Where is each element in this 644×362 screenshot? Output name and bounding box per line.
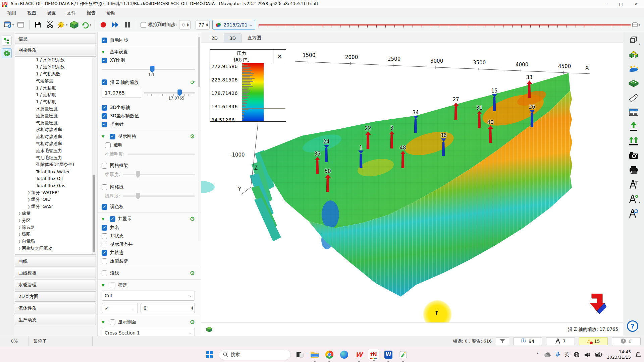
warnings-badge[interactable]: ⚠15	[579, 337, 608, 345]
palette-legend[interactable]: 压力绝对巴. ✕ 272.91586225.81506178.71426131.…	[210, 49, 286, 122]
z-scale-slider[interactable]: 17.0765	[144, 89, 195, 97]
tree-item[interactable]: ❯组分 'GAS'	[15, 203, 96, 210]
tree-item[interactable]: 1 / 气粘度	[15, 99, 96, 106]
tree-item[interactable]: Total flux Oil	[15, 175, 96, 182]
grid-frame-checkbox[interactable]	[102, 163, 107, 169]
axes-3d-values-checkbox[interactable]	[102, 113, 107, 119]
filter-operator-combo[interactable]: ≠⌄	[102, 303, 138, 313]
minimize-button[interactable]: ─	[598, 0, 613, 8]
tree-item[interactable]: 油水毛管压力	[15, 147, 96, 154]
ime-indicator[interactable]: 英	[565, 352, 569, 358]
surface-map-button[interactable]	[627, 63, 640, 75]
well-settings-button[interactable]: ▾	[627, 193, 640, 205]
well-filter-button[interactable]	[627, 178, 640, 190]
well-marker-15[interactable]: 15	[491, 88, 497, 111]
sim-to-step-checkbox[interactable]	[141, 22, 146, 28]
view-tab-直方图[interactable]: 直方图	[242, 33, 267, 43]
collapse-triangle-icon[interactable]: ▼	[102, 50, 107, 54]
well-marker-31[interactable]: 31	[476, 105, 482, 128]
tree-item[interactable]: 气质量密度	[15, 119, 96, 126]
panel-header-info[interactable]: 信息	[15, 34, 96, 44]
menu-item[interactable]: 报告	[82, 9, 100, 17]
panel-header[interactable]: 曲线模板	[15, 268, 96, 278]
ruler-button[interactable]	[627, 92, 640, 104]
tnavigator-taskbar-icon[interactable]: tN	[368, 349, 379, 360]
filter-value-spinner[interactable]: 0▲▼	[141, 303, 195, 313]
well-marker-26[interactable]: 26	[529, 104, 535, 127]
cut-workflow-button[interactable]	[44, 19, 56, 31]
well-messages-badge[interactable]: 7	[546, 337, 575, 345]
tree-item[interactable]: ❯储量	[15, 210, 96, 217]
microphone-icon[interactable]	[555, 352, 560, 358]
collapse-triangle-icon[interactable]: ▼	[102, 283, 107, 288]
well-marker-22[interactable]: 22	[365, 125, 371, 149]
tree-item[interactable]: ❯筛选器	[15, 224, 96, 231]
view-tab-2D[interactable]: 2D	[206, 34, 223, 43]
settings-scrollbar[interactable]	[198, 34, 201, 241]
timeline-options-button[interactable]: ▾	[631, 20, 641, 29]
cross-section-combo[interactable]: Cross-Section 1⌄	[102, 328, 195, 336]
other-messages-badge[interactable]: !0	[612, 337, 641, 345]
z-scale-checkbox[interactable]	[102, 79, 107, 85]
well-marker-24[interactable]: 24	[323, 139, 329, 162]
bounding-box-button[interactable]: ▾	[627, 34, 640, 46]
current-step-spinner[interactable]: 77 ▲▼	[196, 20, 210, 29]
screenshot-camera-button[interactable]	[627, 149, 640, 162]
tree-item[interactable]: 1 / 水体积系数	[15, 57, 96, 64]
run-forward-button[interactable]	[110, 19, 121, 31]
panel-header[interactable]: 水驱管理	[15, 280, 96, 290]
tree-item[interactable]: 1 / 水粘度	[15, 84, 96, 92]
menu-item[interactable]: 设置	[42, 9, 61, 17]
panel-header[interactable]: 流体性质	[15, 303, 96, 313]
grid-3d-button[interactable]	[68, 19, 80, 31]
panel-header[interactable]: 曲线	[15, 256, 96, 266]
magic-wand-button[interactable]: ▾	[56, 19, 68, 31]
legend-window-button[interactable]	[627, 106, 640, 118]
battery-icon[interactable]	[595, 352, 602, 357]
sim-to-step-spinner[interactable]: 0 ▲▼	[179, 20, 191, 29]
settings-rail-button[interactable]	[2, 48, 12, 58]
show-grid-checkbox[interactable]	[110, 134, 115, 139]
well-marker-36[interactable]: 36	[440, 132, 446, 156]
tree-item[interactable]: 油相对渗透率	[15, 133, 96, 140]
streamlines-checkbox[interactable]	[102, 270, 107, 276]
file-explorer-icon[interactable]	[309, 349, 320, 360]
tree-item[interactable]: ❯组分 'OIL'	[15, 196, 96, 203]
well-marker-48[interactable]: 48	[399, 145, 406, 168]
record-button[interactable]	[98, 19, 109, 31]
menu-item[interactable]: 项目	[3, 9, 21, 17]
well-display-checkbox[interactable]	[110, 216, 115, 222]
volume-icon[interactable]	[584, 352, 591, 358]
tree-item[interactable]: 孔隙体积(地层条件)	[15, 161, 96, 168]
well-status-checkbox[interactable]	[102, 233, 107, 239]
cross-section-gear-icon[interactable]: ⚙	[190, 319, 195, 325]
menu-item[interactable]: 文件	[62, 9, 80, 17]
menu-item[interactable]: 视图	[22, 9, 41, 17]
info-messages-badge[interactable]: ⓘ94	[513, 337, 542, 345]
menu-item[interactable]: 帮助	[102, 9, 120, 17]
well-marker-33[interactable]: 33	[526, 74, 532, 98]
panel-header-grid-properties[interactable]: 网格性质	[15, 45, 96, 55]
tree-item[interactable]: 1 / 油体积系数	[15, 64, 96, 71]
show-all-wells-checkbox[interactable]	[102, 242, 107, 247]
new-project-button[interactable]: ▾	[3, 19, 14, 31]
streamline-board-button[interactable]	[627, 77, 640, 89]
fractures-checkbox[interactable]	[102, 258, 107, 264]
new-window-button[interactable]	[15, 19, 26, 31]
task-view-button[interactable]	[294, 349, 306, 360]
well-search-button[interactable]	[627, 207, 640, 219]
tree-item[interactable]: 水相对渗透率	[15, 126, 96, 133]
maximize-button[interactable]: □	[613, 0, 629, 8]
time-slider[interactable]: ▾	[259, 20, 641, 30]
collapse-triangle-icon[interactable]: ▼	[102, 134, 107, 139]
wps-icon[interactable]: W	[353, 349, 365, 360]
panel-header[interactable]: 2D直方图	[15, 291, 96, 302]
well-marker-35[interactable]: 35	[314, 151, 320, 174]
grid-settings-gear-icon[interactable]: ⚙	[190, 133, 195, 140]
palette-checkbox[interactable]	[102, 204, 107, 210]
date-combo[interactable]: 2015/2/01 ⌄	[212, 20, 255, 30]
grid-blocks-button[interactable]	[627, 49, 640, 61]
z-scale-input[interactable]: 17.0765	[102, 88, 141, 98]
chrome-icon[interactable]	[324, 349, 335, 360]
tree-item[interactable]: ❯向量场	[15, 238, 96, 245]
